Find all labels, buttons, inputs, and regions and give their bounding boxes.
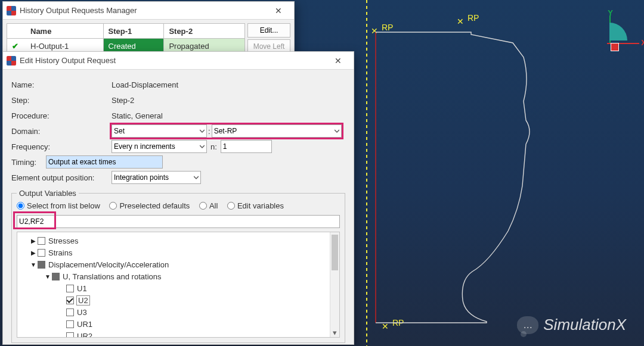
tree-item-dva[interactable]: ▼Displacement/Velocity/Acceleration [18, 258, 338, 270]
wechat-icon: … [517, 316, 538, 334]
output-variables-legend: Output Variables [17, 189, 79, 198]
symmetry-axis [366, 0, 367, 346]
label-timing: Timing: [11, 158, 46, 167]
label-n: n: [210, 142, 217, 151]
edit-button[interactable]: Edit... [247, 23, 290, 38]
domain-set-select[interactable]: Set-RP [212, 124, 342, 138]
tree-item-ur2[interactable]: UR2 [18, 330, 338, 338]
label-frequency: Frequency: [11, 142, 112, 151]
label-procedure: Procedure: [11, 111, 112, 120]
timing-select[interactable]: Output at exact times [46, 155, 163, 169]
watermark-text: SimulationX [543, 316, 626, 334]
col-step2: Step-2 [164, 24, 245, 39]
tree-item-ur1[interactable]: UR1 [18, 318, 338, 330]
radio-select-from-list[interactable]: Select from list below [17, 201, 100, 210]
app-icon [7, 6, 16, 15]
radio-preselected[interactable]: Preselected defaults [109, 201, 190, 210]
radio-all[interactable]: All [199, 201, 218, 210]
app-icon [7, 56, 16, 66]
collapse-icon: ▼ [29, 261, 38, 268]
col-name: Name [26, 24, 103, 39]
rp-label-top: RP [467, 13, 479, 23]
rp-marker-top: ✕ [457, 17, 464, 26]
table-header-row: Name Step-1 Step-2 [7, 24, 245, 39]
label-step: Step: [11, 96, 112, 105]
col-step1: Step-1 [103, 24, 164, 39]
frequency-select[interactable]: Every n increments [112, 140, 207, 153]
element-output-position-select[interactable]: Integration points [112, 171, 201, 184]
variables-tree[interactable]: ▶Stresses ▶Strains ▼Displacement/Velocit… [17, 232, 340, 338]
tree-item-strains[interactable]: ▶Strains [18, 247, 338, 258]
scroll-thumb [332, 235, 338, 270]
expand-icon: ▶ [29, 238, 38, 244]
check-icon: ✔ [12, 42, 21, 51]
label-name: Name: [11, 80, 112, 89]
dialog-titlebar[interactable]: Edit History Output Request ✕ [3, 52, 354, 70]
watermark: … SimulationX [517, 316, 626, 334]
domain-type-select[interactable]: Set [112, 124, 207, 138]
close-icon[interactable]: ✕ [267, 2, 290, 19]
axis-x-label: X [641, 38, 644, 47]
view-triad: Y X [592, 17, 636, 61]
tree-item-stresses[interactable]: ▶Stresses [18, 235, 338, 247]
output-variables-input[interactable] [17, 215, 340, 228]
tree-scrollbar[interactable]: ▴ ▾ [330, 232, 339, 337]
tree-item-u[interactable]: ▼U, Translations and rotations [18, 270, 338, 282]
manager-title: History Output Requests Manager [20, 6, 267, 15]
label-elem-pos: Element output position: [11, 173, 112, 182]
close-icon[interactable]: ✕ [326, 52, 350, 69]
scroll-down-icon: ▾ [330, 328, 339, 337]
tree-item-u2[interactable]: U2 [18, 294, 338, 306]
manager-table[interactable]: Name Step-1 Step-2 ✔ H-Output-1 Created … [7, 23, 245, 54]
value-step: Step-2 [112, 96, 134, 105]
collapse-icon: ▼ [44, 273, 52, 280]
label-domain: Domain: [11, 127, 112, 136]
value-name: Load-Displacement [112, 80, 178, 89]
axis-y-label: Y [608, 8, 613, 17]
value-procedure: Static, General [112, 111, 163, 120]
dialog-title: Edit History Output Request [20, 56, 326, 65]
tree-item-u3[interactable]: U3 [18, 306, 338, 318]
manager-titlebar[interactable]: History Output Requests Manager ✕ [3, 2, 294, 20]
n-input[interactable] [221, 140, 272, 153]
output-variables-group: Output Variables Select from list below … [11, 189, 345, 343]
history-output-manager-window: History Output Requests Manager ✕ Name S… [2, 1, 295, 58]
edit-history-output-dialog: Edit History Output Request ✕ Name: Load… [2, 51, 354, 345]
expand-icon: ▶ [29, 250, 38, 256]
tree-item-u1[interactable]: U1 [18, 282, 338, 294]
radio-edit-variables[interactable]: Edit variables [227, 201, 284, 210]
